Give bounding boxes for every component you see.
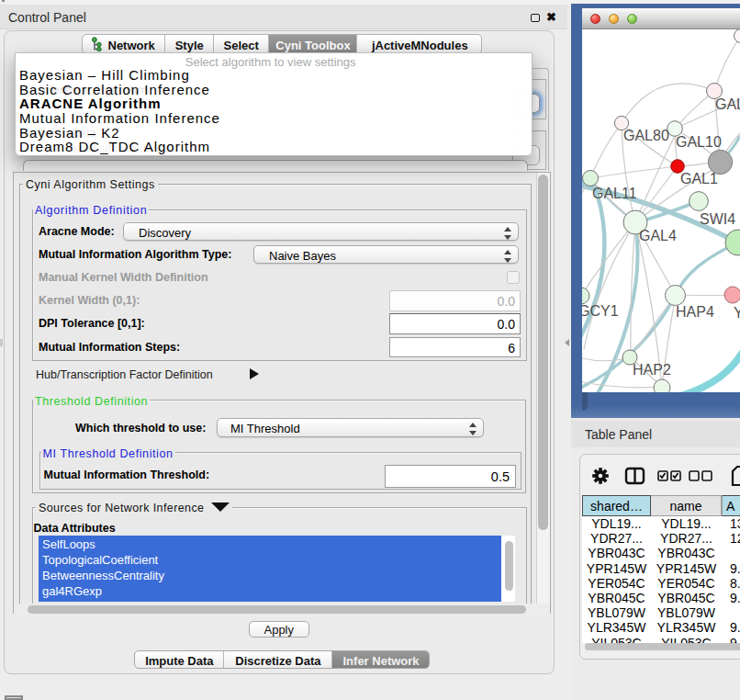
svg-text:HAP2: HAP2 bbox=[633, 362, 671, 378]
svg-text:SWI4: SWI4 bbox=[700, 211, 735, 227]
svg-text:Y: Y bbox=[734, 305, 740, 321]
svg-text:GAL80: GAL80 bbox=[623, 128, 669, 143]
svg-text:HAP4: HAP4 bbox=[676, 304, 714, 320]
svg-text:GAL4: GAL4 bbox=[639, 228, 677, 243]
svg-text:GAL11: GAL11 bbox=[592, 186, 637, 201]
svg-text:GAL7: GAL7 bbox=[715, 96, 740, 112]
svg-text:GCY1: GCY1 bbox=[582, 303, 619, 319]
svg-text:GAL10: GAL10 bbox=[676, 134, 722, 150]
svg-text:GAL1: GAL1 bbox=[680, 171, 718, 186]
